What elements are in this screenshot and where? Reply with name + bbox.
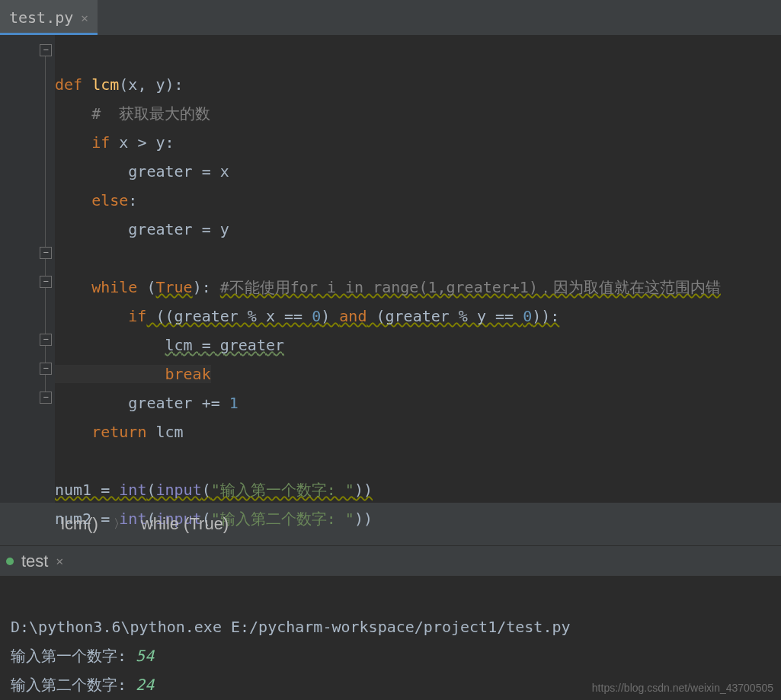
chevron-right-icon: 〉 [114,516,126,532]
code-line: if ((greater % x == 0) and (greater % y … [55,307,559,325]
code-line: greater += 1 [55,394,238,412]
code-line: if x > y: [55,133,174,152]
code-line: # 获取最大的数 [55,104,210,123]
code-editor[interactable]: − − − − − − def lcm(x, y): # 获取最大的数 if x… [0,35,781,503]
code-line: greater = x [55,162,229,181]
gutter: − − − − − − [0,35,55,503]
code-line: def lcm(x, y): [55,75,184,94]
watermark: https://blog.csdn.net/weixin_43700505 [592,682,773,694]
code-line [55,452,64,470]
fold-icon[interactable]: − [40,392,52,404]
code-line: while (True): #不能使用for i in range(1,grea… [55,278,721,296]
console-line: D:\python3.6\python.exe E:/pycharm-works… [11,618,571,636]
fold-icon[interactable]: − [40,276,52,288]
close-icon[interactable]: ✕ [81,11,88,25]
code-line: num1 = int(input("输入第一个数字: ")) [55,481,373,499]
tab-filename: test.py [9,8,73,27]
fold-icon[interactable]: − [40,334,52,346]
breadcrumb-item[interactable]: while (True) [141,514,229,534]
console-tab-bar: test ✕ [0,545,781,576]
console-line: 输入第一个数字: 54 [11,647,154,665]
fold-icon[interactable]: − [40,44,52,56]
code-line: greater = y [55,220,229,238]
code-line: return lcm [55,423,184,441]
code-line: lcm = greater [55,336,284,354]
fold-icon[interactable]: − [40,363,52,375]
editor-tab[interactable]: test.py ✕ [0,0,98,35]
close-icon[interactable]: ✕ [56,554,63,568]
breadcrumb-item[interactable]: lcm() [61,514,98,534]
fold-icon[interactable]: − [40,247,52,259]
editor-tab-bar: test.py ✕ [0,0,781,35]
code-line: else: [55,191,137,209]
code-area[interactable]: def lcm(x, y): # 获取最大的数 if x > y: greate… [55,35,721,503]
run-status-icon [6,558,14,565]
console-line: 输入第二个数字: 24 [11,676,154,694]
code-line [55,249,64,267]
code-line: break [55,365,211,383]
console-tab[interactable]: test [21,551,48,571]
